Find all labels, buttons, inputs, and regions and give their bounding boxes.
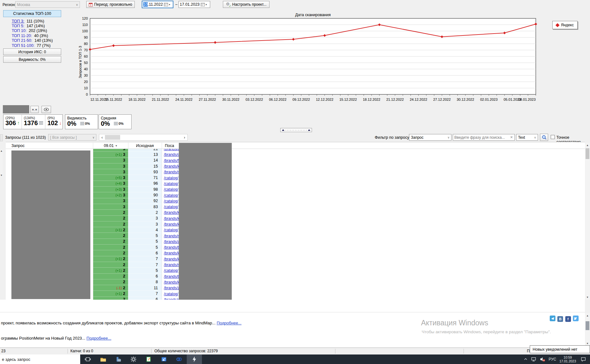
- chart-range-slider[interactable]: [280, 128, 312, 132]
- table-row[interactable]: 393/brands/n: [93, 169, 181, 175]
- table-row[interactable]: 27/brands/r: [93, 262, 181, 268]
- calendar-picker-icon[interactable]: [201, 3, 205, 6]
- landing-page-link[interactable]: /brands/c: [164, 152, 179, 157]
- top100-stats-header[interactable]: Статистика ТОП-100: [3, 10, 61, 17]
- table-row[interactable]: 23/brands/k: [93, 216, 181, 221]
- top-stat-link[interactable]: ТОП 11-20:: [12, 34, 32, 38]
- scrollbar-thumb[interactable]: [586, 148, 589, 159]
- landing-page-link[interactable]: /brands/z: [164, 286, 179, 290]
- date-column-header[interactable]: 09.01 ▼: [93, 143, 128, 149]
- slider-handle-icon[interactable]: [308, 129, 310, 131]
- left-mini-scrollbar[interactable]: ▲ ▼: [0, 150, 3, 177]
- scroll-right-icon[interactable]: ›: [182, 135, 187, 140]
- landing-page-link[interactable]: /brands/a: [164, 239, 180, 244]
- landing-page-link[interactable]: /catalog/: [164, 292, 178, 296]
- landing-page-link[interactable]: /brands/b: [164, 274, 180, 279]
- initial-column-header[interactable]: Исходная: [128, 143, 162, 149]
- landing-page-link[interactable]: /catalog/: [164, 228, 178, 232]
- table-row[interactable]: 22/brands/k: [93, 210, 181, 215]
- landing-page-link[interactable]: /catalog/: [164, 176, 178, 180]
- scrollbar-thumb[interactable]: [586, 321, 589, 330]
- search-phrase-input[interactable]: [453, 135, 509, 140]
- slider-handle-icon[interactable]: [282, 129, 284, 131]
- filter-mode-combo[interactable]: Text ∨: [516, 134, 538, 141]
- region-combo[interactable]: Москва ∨: [15, 1, 80, 8]
- table-row[interactable]: 25/brands/b: [93, 245, 181, 250]
- table-row[interactable]: 28/brands/k: [93, 279, 181, 285]
- loop-app-button[interactable]: [172, 354, 187, 364]
- landing-page-link[interactable]: /brands/b: [164, 149, 180, 151]
- notes-app-button[interactable]: [141, 354, 156, 364]
- table-row[interactable]: 26/brands/e: [93, 297, 181, 300]
- landing-page-link[interactable]: /brands/k: [164, 251, 179, 255]
- period-button[interactable]: 5 Период: произвольно: [86, 1, 135, 8]
- panel-grip[interactable]: [0, 134, 3, 141]
- telegram-icon[interactable]: [550, 316, 555, 321]
- table-row[interactable]: (+1)27/brands/k: [93, 256, 181, 262]
- watch-button[interactable]: [42, 106, 51, 113]
- twitter-icon[interactable]: [573, 316, 579, 321]
- landing-page-link[interactable]: /catalog/: [164, 187, 178, 192]
- table-row[interactable]: 314/brands/f: [93, 158, 181, 163]
- table-row[interactable]: (-1)211/brands/z: [93, 285, 181, 291]
- table-row[interactable]: 321/brands/b: [93, 149, 181, 152]
- scroll-up-icon[interactable]: ▲: [585, 313, 590, 318]
- facebook-icon[interactable]: f: [565, 316, 571, 322]
- table-row[interactable]: (+2)390/catalog/: [93, 192, 181, 198]
- taskbar-search-box[interactable]: е здесь запрос: [0, 354, 80, 364]
- scroll-up-icon[interactable]: ▲: [0, 150, 3, 152]
- table-row[interactable]: (+1)24/catalog/: [93, 227, 181, 233]
- landing-page-link[interactable]: /brands/r: [164, 234, 179, 238]
- tools-app-button[interactable]: [111, 354, 126, 364]
- exact-match-checkbox[interactable]: [551, 135, 555, 139]
- table-row[interactable]: 23/brands/k: [93, 221, 181, 227]
- volume-muted-button[interactable]: [540, 356, 546, 362]
- landing-page-link[interactable]: /brands/f: [164, 158, 179, 163]
- chevron-down-icon[interactable]: ▾: [169, 3, 170, 6]
- table-row[interactable]: 25/brands/a: [93, 239, 181, 245]
- news-more-link[interactable]: Подробнее...: [87, 336, 111, 341]
- vk-icon[interactable]: B: [557, 316, 563, 322]
- photos-app-button[interactable]: [156, 354, 172, 364]
- queries-horizontal-scrollbar[interactable]: ‹ ›: [99, 134, 188, 141]
- table-row[interactable]: (+1)27/catalog/: [93, 291, 181, 297]
- landing-page-link[interactable]: /brands/k: [164, 164, 179, 169]
- landing-page-link[interactable]: /brands/k: [164, 222, 179, 227]
- table-row[interactable]: 392/catalog/: [93, 198, 181, 204]
- news-vertical-scrollbar[interactable]: ▲ ▼: [585, 313, 590, 346]
- visibility-button[interactable]: Видимость: 0%: [3, 56, 61, 63]
- configure-project-button[interactable]: ⚙ ✓ Настроить проект...: [223, 1, 269, 8]
- top-stat-link[interactable]: ТОП 5:: [12, 24, 24, 28]
- landing-page-link[interactable]: /brands/r: [164, 263, 179, 267]
- calendar-picker-icon[interactable]: [164, 3, 168, 6]
- landing-page-link[interactable]: /brands/n: [164, 170, 180, 174]
- top-stat-link[interactable]: ТОП 51-100:: [12, 43, 35, 48]
- search-button[interactable]: [540, 134, 548, 141]
- iks-history-button[interactable]: История ИКС: 0: [3, 48, 61, 55]
- clock[interactable]: 10:59 17.01.2023: [559, 355, 576, 363]
- news-more-link[interactable]: Подробнее...: [217, 321, 241, 325]
- chevron-down-icon[interactable]: ▾: [206, 3, 207, 6]
- landing-page-link[interactable]: /catalog/: [164, 268, 178, 273]
- language-indicator[interactable]: РУС: [548, 357, 556, 361]
- landing-page-link[interactable]: /brands/k: [164, 280, 179, 284]
- landing-column-header[interactable]: Поса: [165, 143, 174, 149]
- settings-button[interactable]: [126, 354, 141, 364]
- landing-page-link[interactable]: /brands/e: [164, 297, 180, 300]
- top-stat-link[interactable]: ТОП 21-50:: [12, 38, 32, 43]
- date-to-input[interactable]: 17.01.2023 ▾: [178, 1, 210, 8]
- scroll-down-icon[interactable]: ▼: [585, 295, 590, 300]
- table-row[interactable]: 25/brands/r: [93, 233, 181, 239]
- table-row[interactable]: (+1)25/catalog/: [93, 268, 181, 273]
- landing-page-link[interactable]: /brands/b: [164, 245, 180, 250]
- landing-page-link[interactable]: /brands/k: [164, 210, 179, 215]
- top-stat-link[interactable]: ТОП 10:: [12, 29, 27, 33]
- scroll-up-icon[interactable]: ▲: [585, 143, 590, 148]
- table-row[interactable]: 26/brands/k: [93, 250, 181, 256]
- landing-page-link[interactable]: /catalog/: [164, 205, 178, 209]
- table-row[interactable]: 315/brands/k: [93, 163, 181, 169]
- action-center-button[interactable]: [580, 356, 586, 362]
- landing-page-link[interactable]: /brands/k: [164, 257, 179, 261]
- landing-page-link[interactable]: /catalog/: [164, 199, 178, 203]
- table-row[interactable]: 26/brands/b: [93, 274, 181, 279]
